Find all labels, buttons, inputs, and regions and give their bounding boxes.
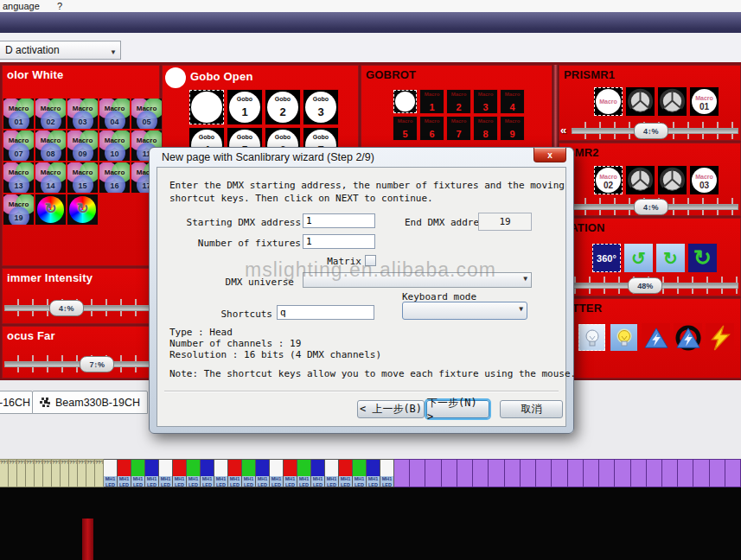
channel-cell-unknown[interactable]: ??? — [9, 459, 17, 487]
channel-cell-unknown[interactable]: ??? — [26, 459, 35, 487]
macro-button-02[interactable]: Macro02 — [35, 99, 66, 129]
gobrot-button-3[interactable]: Macro3 — [473, 89, 498, 114]
channel-cell-unknown[interactable]: ??? — [17, 459, 26, 487]
channel-cell-purple[interactable] — [410, 459, 425, 487]
gobrot-button-7[interactable]: Macro7 — [446, 116, 471, 141]
prism-knob-button[interactable] — [625, 86, 655, 117]
prism-macro-button[interactable]: Macro — [593, 86, 623, 117]
macro-button-10[interactable]: Macro10 — [99, 130, 130, 161]
gobo-button-2[interactable]: Gobo2 — [265, 89, 301, 125]
tab-beam330b[interactable]: Beam330B-19CH — [32, 391, 148, 414]
channel-cell-purple[interactable] — [505, 459, 521, 487]
gobo-button-1[interactable]: Gobo1 — [227, 89, 263, 125]
next-button[interactable]: 下一步(N) > — [426, 400, 489, 418]
prism-knob-button[interactable] — [657, 165, 687, 195]
starting-dmx-input[interactable] — [303, 213, 375, 228]
tab-16ch[interactable]: -16CH — [0, 391, 33, 414]
slider-handle[interactable]: 4↕% — [634, 199, 668, 215]
gobrot-button-1[interactable]: Macro1 — [419, 89, 444, 114]
channel-cell-fixture[interactable]: MH1LED — [214, 459, 228, 487]
slider-handle[interactable]: 4↕% — [49, 300, 84, 316]
channel-cell-fixture[interactable]: MH1LED — [256, 459, 270, 487]
channel-cell-fixture[interactable]: MH1LED — [297, 459, 311, 487]
slider-handle[interactable]: 4↕% — [634, 123, 668, 139]
channel-cell-unknown[interactable]: ??? — [35, 459, 43, 487]
channel-cell-purple[interactable] — [425, 459, 441, 487]
channel-cell-fixture[interactable]: MH1LED — [367, 459, 380, 487]
activation-dropdown[interactable]: D activation ▼ — [0, 41, 121, 60]
gobrot-button-2[interactable]: Macro2 — [446, 89, 471, 114]
channel-cell-unknown[interactable]: ??? — [0, 459, 9, 487]
macro-button-14[interactable]: Macro14 — [35, 162, 66, 193]
macro-button-07[interactable]: Macro07 — [3, 130, 34, 161]
menu-help[interactable]: ? — [57, 1, 62, 11]
channel-cell-unknown[interactable]: ??? — [43, 459, 52, 487]
gobrot-button-open[interactable] — [393, 89, 418, 114]
channel-cell-fixture[interactable]: MH1LED — [104, 459, 118, 487]
pulse-button[interactable] — [674, 323, 702, 352]
macro-button-04[interactable]: Macro04 — [99, 99, 130, 129]
matrix-checkbox[interactable] — [365, 255, 376, 266]
channel-cell-fixture[interactable]: MH1LED — [311, 459, 325, 487]
prism-macro-button[interactable]: Macro 03 — [689, 165, 719, 195]
prism-knob-button[interactable] — [657, 86, 687, 117]
channel-cell-purple[interactable] — [521, 459, 536, 487]
channel-cell-fixture[interactable]: MH1LED — [284, 459, 297, 487]
focus-slider[interactable]: 7↕% — [4, 354, 157, 373]
channel-cell-purple[interactable] — [394, 459, 410, 487]
channel-cell-purple[interactable] — [693, 459, 709, 487]
macro-button-03[interactable]: Macro03 — [67, 99, 98, 129]
rotate-ccw-button[interactable]: ↺ — [623, 243, 654, 273]
macro-button-19[interactable]: Macro19 — [3, 194, 34, 225]
channel-cell-purple[interactable] — [631, 459, 647, 487]
slider-handle[interactable]: 48% — [628, 277, 662, 294]
channel-cell-purple[interactable] — [457, 459, 473, 487]
macro-button-08[interactable]: Macro08 — [35, 130, 66, 161]
channel-cell-unknown[interactable]: ??? — [61, 459, 69, 487]
channel-cell-purple[interactable] — [725, 459, 741, 487]
prism-knob-button[interactable] — [625, 165, 655, 195]
channel-cell-fixture[interactable]: MH1LED — [339, 459, 353, 487]
cancel-button[interactable]: 取消 — [500, 400, 563, 418]
channel-cell-purple[interactable] — [615, 459, 630, 487]
macro-button-15[interactable]: Macro15 — [67, 162, 98, 193]
channel-cell-purple[interactable] — [473, 459, 489, 487]
gobrot-button-9[interactable]: Macro9 — [500, 116, 525, 141]
channel-cell-fixture[interactable]: MH1LED — [325, 459, 339, 487]
macro-button-05[interactable]: Macro05 — [131, 99, 162, 129]
channel-cell-purple[interactable] — [568, 459, 584, 487]
gobo-button-open[interactable] — [188, 89, 225, 125]
channel-cell-unknown[interactable]: ??? — [95, 459, 104, 487]
channel-cell-purple[interactable] — [584, 459, 599, 487]
channel-cell-fixture[interactable]: MH1LED — [145, 459, 159, 487]
strobe-button[interactable] — [642, 323, 670, 352]
universe-dropdown[interactable]: Universe 1 (USB-DMX #1) ▼ — [303, 272, 532, 288]
channel-cell-fixture[interactable]: MH1LED — [187, 459, 201, 487]
prismr2-slider[interactable]: « 4↕% — [572, 197, 738, 216]
color-wheel-button[interactable]: ↻ — [67, 194, 98, 225]
back-button[interactable]: < 上一步(B) — [357, 400, 425, 418]
gobrot-button-5[interactable]: Macro5 — [393, 116, 418, 141]
channel-cell-purple[interactable] — [662, 459, 678, 487]
rotation-360-button[interactable]: 360° — [591, 243, 622, 273]
collapse-left-icon[interactable]: « — [560, 124, 566, 137]
shortcuts-input[interactable] — [277, 305, 374, 320]
channel-cell-purple[interactable] — [442, 459, 457, 487]
gobrot-button-4[interactable]: Macro4 — [500, 89, 525, 114]
channel-cell-purple[interactable] — [536, 459, 552, 487]
flash-button[interactable] — [706, 323, 734, 352]
channel-cell-fixture[interactable]: MH1LED — [242, 459, 256, 487]
channel-cell-fixture[interactable]: MH1LED — [173, 459, 187, 487]
gobrot-button-6[interactable]: Macro6 — [419, 116, 444, 141]
macro-button-13[interactable]: Macro13 — [3, 162, 34, 193]
dimmer-slider[interactable]: 4↕% — [4, 298, 157, 317]
channel-cell-purple[interactable] — [678, 459, 693, 487]
gobrot-button-8[interactable]: Macro8 — [473, 116, 498, 141]
menu-language[interactable]: anguage — [3, 1, 40, 11]
channel-cell-unknown[interactable]: ??? — [69, 459, 78, 487]
close-button[interactable]: x — [533, 148, 566, 162]
channel-cell-fixture[interactable]: MH1LED — [118, 459, 131, 487]
macro-button-09[interactable]: Macro09 — [67, 130, 98, 161]
prism-macro-button[interactable]: Macro 01 — [689, 86, 719, 117]
rotate-continuous-button[interactable]: ↻ — [687, 243, 718, 273]
